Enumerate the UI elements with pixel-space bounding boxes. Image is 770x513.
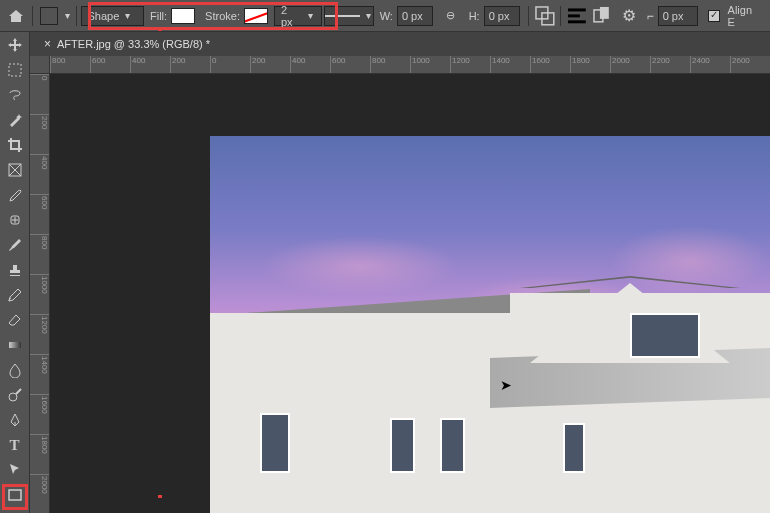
- ruler-tick: 200: [30, 114, 49, 154]
- ruler-tick: 200: [250, 56, 290, 73]
- svg-rect-3: [568, 14, 580, 17]
- gradient-tool[interactable]: [4, 334, 26, 356]
- ruler-tick: 1800: [570, 56, 610, 73]
- tool-preset-dropdown[interactable]: ▾: [63, 10, 72, 21]
- ruler-tick: 1400: [490, 56, 530, 73]
- ruler-vertical[interactable]: 0200400600800100012001400160018002000: [30, 74, 50, 513]
- ruler-tick: 800: [30, 234, 49, 274]
- ruler-tick: 600: [30, 194, 49, 234]
- rectangle-tool[interactable]: [4, 484, 26, 506]
- width-label: W:: [380, 10, 393, 22]
- brush-tool[interactable]: [4, 234, 26, 256]
- ruler-tick: 400: [30, 154, 49, 194]
- heal-tool[interactable]: [4, 209, 26, 231]
- svg-rect-6: [600, 7, 609, 19]
- ruler-tick: 1200: [30, 314, 49, 354]
- ruler-corner: [30, 56, 50, 74]
- blur-tool[interactable]: [4, 359, 26, 381]
- crop-tool[interactable]: [4, 134, 26, 156]
- ruler-tick: 0: [30, 74, 49, 114]
- mode-select[interactable]: Shape▾: [81, 6, 145, 26]
- ruler-tick: 1400: [30, 354, 49, 394]
- ruler-horizontal[interactable]: 8006004002000200400600800100012001400160…: [50, 56, 770, 74]
- stamp-tool[interactable]: [4, 259, 26, 281]
- svg-point-15: [9, 393, 17, 401]
- ruler-tick: 2000: [30, 474, 49, 513]
- canvas-area[interactable]: 8006004002000200400600800100012001400160…: [30, 56, 770, 513]
- ruler-tick: 600: [90, 56, 130, 73]
- frame-tool[interactable]: [4, 159, 26, 181]
- height-label: H:: [469, 10, 480, 22]
- ruler-tick: 1000: [410, 56, 450, 73]
- separator: [528, 6, 529, 26]
- link-wh-button[interactable]: ⊖: [439, 4, 463, 28]
- stroke-swatch[interactable]: [244, 8, 268, 24]
- lasso-tool[interactable]: [4, 84, 26, 106]
- mode-label: Shape: [88, 10, 120, 22]
- path-select-tool[interactable]: [4, 459, 26, 481]
- ruler-tick: 200: [170, 56, 210, 73]
- pen-tool[interactable]: [4, 409, 26, 431]
- align-edges-checkbox[interactable]: [708, 10, 720, 22]
- close-tab-icon[interactable]: ×: [44, 37, 51, 51]
- separator: [32, 6, 33, 26]
- svg-rect-2: [568, 8, 586, 11]
- ruler-tick: 1200: [450, 56, 490, 73]
- ruler-tick: 800: [50, 56, 90, 73]
- cursor-icon: ➤: [500, 377, 512, 393]
- move-tool[interactable]: [4, 34, 26, 56]
- ruler-tick: 1600: [530, 56, 570, 73]
- ruler-tick: 600: [330, 56, 370, 73]
- svg-line-16: [16, 389, 21, 394]
- svg-rect-17: [9, 490, 21, 500]
- ruler-tick: 2400: [690, 56, 730, 73]
- ruler-tick: 2600: [730, 56, 770, 73]
- tab-title: AFTER.jpg @ 33.3% (RGB/8) *: [57, 38, 210, 50]
- ruler-tick: 1800: [30, 434, 49, 474]
- corner-icon: ⌐: [647, 9, 654, 23]
- type-tool[interactable]: T: [4, 434, 26, 456]
- gear-icon[interactable]: ⚙: [617, 4, 641, 28]
- marquee-tool[interactable]: [4, 59, 26, 81]
- ruler-tick: 800: [370, 56, 410, 73]
- svg-rect-7: [9, 64, 21, 76]
- ruler-tick: 2200: [650, 56, 690, 73]
- eyedropper-tool[interactable]: [4, 184, 26, 206]
- path-combine-icon[interactable]: [533, 4, 557, 28]
- radius-input[interactable]: 0 px: [658, 6, 698, 26]
- separator: [76, 6, 77, 26]
- arrange-icon[interactable]: [591, 4, 615, 28]
- ruler-tick: 0: [210, 56, 250, 73]
- wand-tool[interactable]: [4, 109, 26, 131]
- ruler-tick: 400: [290, 56, 330, 73]
- align-icon[interactable]: [565, 4, 589, 28]
- stroke-width-value: 2 px: [281, 4, 302, 28]
- canvas-image: ➤: [210, 136, 770, 513]
- eraser-tool[interactable]: [4, 309, 26, 331]
- stroke-label: Stroke:: [205, 10, 240, 22]
- tool-preset-swatch[interactable]: [37, 4, 61, 28]
- align-edges-label: Align E: [728, 4, 762, 28]
- document-tab[interactable]: × AFTER.jpg @ 33.3% (RGB/8) *: [36, 32, 218, 56]
- separator: [560, 6, 561, 26]
- stroke-width-input[interactable]: 2 px▾: [274, 6, 322, 26]
- fill-label: Fill:: [150, 10, 167, 22]
- dodge-tool[interactable]: [4, 384, 26, 406]
- ruler-tick: 2000: [610, 56, 650, 73]
- ruler-tick: 1600: [30, 394, 49, 434]
- svg-rect-14: [9, 342, 21, 348]
- svg-rect-4: [568, 20, 586, 23]
- ruler-tick: 400: [130, 56, 170, 73]
- height-input[interactable]: 0 px: [484, 6, 520, 26]
- stroke-style-select[interactable]: ▾: [324, 6, 374, 26]
- home-button[interactable]: [4, 4, 28, 28]
- history-brush-tool[interactable]: [4, 284, 26, 306]
- fill-swatch[interactable]: [171, 8, 195, 24]
- ruler-tick: 1000: [30, 274, 49, 314]
- width-input[interactable]: 0 px: [397, 6, 433, 26]
